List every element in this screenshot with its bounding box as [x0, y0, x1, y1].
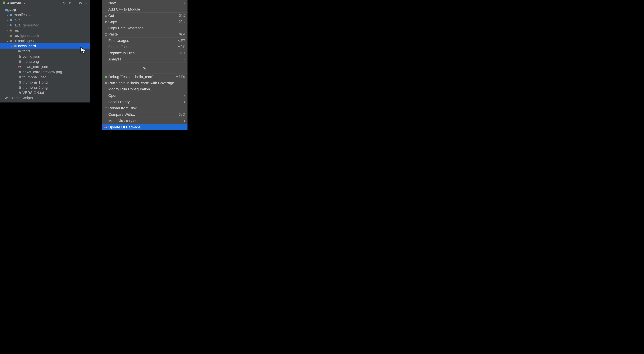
- svg-rect-22: [19, 93, 20, 93]
- copy-icon: [104, 20, 108, 23]
- tree-node-fonts[interactable]: ›fonts: [0, 49, 90, 54]
- settings-icon[interactable]: [78, 1, 83, 6]
- view-selector-caret-icon[interactable]: ▼: [23, 2, 26, 4]
- chevron-right-icon[interactable]: ›: [2, 97, 5, 99]
- tree-node-label: manifests: [14, 13, 30, 17]
- tree-node-menu[interactable]: ›menu.png: [0, 59, 90, 64]
- menu-loading: ∿: [102, 62, 188, 73]
- svg-rect-23: [19, 93, 20, 93]
- tree-node-app[interactable]: ⌄app: [0, 7, 90, 12]
- tree-node-label: res: [14, 28, 19, 33]
- bug-icon: [104, 75, 108, 79]
- menu-item-replace[interactable]: Replace in Files...^⇧R: [102, 50, 188, 56]
- module-folder-icon: [5, 8, 8, 11]
- submenu-arrow-icon: ›: [184, 57, 185, 61]
- generated-suffix: (generated): [20, 33, 39, 38]
- menu-item-openin[interactable]: Open In›: [102, 92, 188, 99]
- menu-shortcut: ⌘C: [179, 20, 185, 24]
- tree-node-res[interactable]: ›res: [0, 28, 90, 33]
- menu-item-copypath[interactable]: Copy Path/Reference...: [102, 25, 188, 31]
- expand-all-icon[interactable]: [67, 1, 72, 6]
- menu-item-compare[interactable]: Compare With...⌘D: [102, 111, 188, 118]
- tree-node-label: news_card.json: [22, 65, 48, 69]
- menu-item-label: Reload from Disk: [108, 106, 185, 110]
- folder-icon: [9, 18, 13, 22]
- tree-node-label: news_card_preview.png: [22, 70, 62, 74]
- menu-item-coverage[interactable]: Run 'Tests in 'hello_card'' with Coverag…: [102, 80, 188, 86]
- tree-node-label: Gradle Scripts: [10, 96, 33, 100]
- tree-node-thumb1[interactable]: ›thumbnail1.png: [0, 80, 90, 85]
- submenu-arrow-icon: ›: [184, 93, 185, 98]
- menu-item-findusg[interactable]: Find Usages⌥F7: [102, 37, 188, 44]
- context-menu: New›Add C++ to ModuleCut⌘XCopy⌘CCopy Pat…: [102, 0, 188, 130]
- menu-item-label: Analyze: [108, 57, 183, 61]
- menu-item-label: Find Usages: [108, 38, 176, 43]
- chevron-right-icon[interactable]: ›: [6, 29, 9, 32]
- tree-node-label: config.json: [22, 54, 40, 59]
- menu-item-findfiles[interactable]: Find in Files...^⇧F: [102, 44, 188, 50]
- tree-node-thumb[interactable]: ›thumbnail.jpeg: [0, 74, 90, 80]
- menu-item-update[interactable]: Update UI Package: [102, 124, 188, 130]
- view-selector-label[interactable]: Android: [7, 1, 21, 5]
- menu-item-copy[interactable]: Copy⌘C: [102, 19, 188, 25]
- folder-icon: [9, 13, 13, 17]
- menu-shortcut: ⌘X: [179, 13, 185, 18]
- chevron-right-icon[interactable]: ›: [6, 13, 9, 16]
- menu-item-analyze[interactable]: Analyze›: [102, 56, 188, 62]
- tree-node-ncprev[interactable]: ›news_card_preview.png: [0, 69, 90, 74]
- tree-node-gradle[interactable]: ›Gradle Scripts: [0, 95, 90, 100]
- tree-node-ver[interactable]: ›VERSION.txt: [0, 90, 90, 95]
- project-tree: ⌄app›manifests›java›⚙java(generated)›res…: [0, 6, 90, 103]
- menu-item-label: Find in Files...: [108, 45, 178, 49]
- tree-node-label: thumbnail2.png: [22, 85, 48, 90]
- loading-spinner-icon: ∿: [142, 65, 146, 71]
- tree-node-label: news_card: [18, 44, 36, 48]
- tree-node-manifests[interactable]: ›manifests: [0, 12, 90, 17]
- chevron-down-icon[interactable]: ⌄: [10, 45, 14, 47]
- tree-node-resgen[interactable]: ›res(generated): [0, 33, 90, 38]
- tree-node-newscard[interactable]: ⌄news_card: [0, 43, 90, 49]
- tree-node-config[interactable]: ›config.json: [0, 54, 90, 59]
- svg-point-18: [19, 82, 20, 82]
- collapse-all-icon[interactable]: [72, 1, 78, 6]
- chevron-right-icon[interactable]: ›: [6, 24, 9, 27]
- image-file-icon: [18, 70, 22, 74]
- menu-item-reload[interactable]: Reload from Disk: [102, 105, 188, 111]
- svg-point-32: [106, 126, 107, 128]
- tree-node-label: thumbnail1.png: [22, 80, 48, 85]
- menu-item-label: Replace in Files...: [108, 51, 178, 55]
- select-opened-file-icon[interactable]: ⊕: [62, 1, 67, 6]
- chevron-down-icon[interactable]: ⌄: [2, 8, 5, 11]
- submenu-arrow-icon: ›: [184, 100, 185, 104]
- tree-node-ncjson[interactable]: ›news_card.json: [0, 64, 90, 69]
- menu-item-label: Compare With...: [108, 112, 179, 117]
- chevron-right-icon[interactable]: ›: [6, 19, 9, 21]
- menu-shortcut: ⌘V: [179, 32, 185, 36]
- svg-text:⚙: ⚙: [11, 25, 12, 26]
- chevron-down-icon[interactable]: ⌄: [6, 39, 9, 42]
- relay-file-icon: [18, 65, 22, 69]
- tree-node-thumb2[interactable]: ›thumbnail2.png: [0, 85, 90, 90]
- tree-node-javagen[interactable]: ›⚙java(generated): [0, 23, 90, 28]
- menu-item-label: Update UI Package: [108, 125, 185, 130]
- menu-item-addcpp[interactable]: Add C++ to Module: [102, 6, 188, 12]
- menu-item-modrun[interactable]: Modify Run Configuration...: [102, 86, 188, 92]
- svg-point-9: [20, 66, 21, 67]
- compare-icon: [104, 113, 108, 116]
- minimize-icon[interactable]: ━: [83, 1, 88, 6]
- resource-folder-icon: [9, 39, 13, 43]
- gradle-icon: [5, 96, 8, 100]
- menu-item-new[interactable]: New›: [102, 0, 188, 6]
- menu-item-paste[interactable]: Paste⌘V: [102, 31, 188, 37]
- tree-node-label: VERSION.txt: [22, 91, 44, 95]
- tree-node-label: java: [14, 18, 20, 22]
- menu-item-cut[interactable]: Cut⌘X: [102, 12, 188, 19]
- menu-item-localhist[interactable]: Local History›: [102, 99, 188, 105]
- menu-item-markdir[interactable]: Mark Directory as›: [102, 118, 188, 124]
- menu-shortcut: ^⇧F9: [176, 75, 185, 79]
- menu-item-debug[interactable]: Debug 'Tests in 'hello_card''^⇧F9: [102, 74, 188, 80]
- tree-node-label: ui-packages: [14, 39, 34, 43]
- cut-icon: [104, 14, 108, 17]
- tree-node-java[interactable]: ›java: [0, 17, 90, 23]
- tree-node-uipkg[interactable]: ⌄ui-packages: [0, 38, 90, 43]
